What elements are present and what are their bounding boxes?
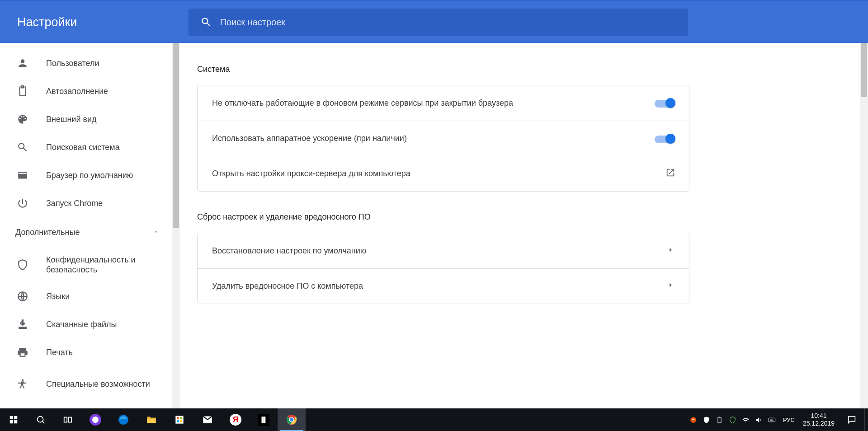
sidebar-label: Внешний вид <box>46 114 172 125</box>
settings-header: Настройки <box>0 1 868 43</box>
svg-rect-4 <box>69 417 71 422</box>
tray-security-icon[interactable] <box>729 416 736 424</box>
taskbar-app-chrome[interactable] <box>278 408 306 431</box>
person-icon <box>15 57 30 69</box>
clock-time: 10:41 <box>803 412 835 420</box>
chevron-up-icon <box>153 228 159 237</box>
scroll-thumb[interactable] <box>861 43 867 97</box>
taskbar-app-edge[interactable] <box>109 408 137 431</box>
task-view-button[interactable] <box>54 408 81 431</box>
globe-icon <box>15 290 30 302</box>
system-tray[interactable] <box>686 416 779 424</box>
setting-hardware-accel[interactable]: Использовать аппаратное ускорение (при н… <box>198 121 689 156</box>
setting-label: Восстановление настроек по умолчанию <box>212 246 660 256</box>
scroll-thumb[interactable] <box>173 43 179 228</box>
sidebar-label: Специальные возможности <box>46 379 172 389</box>
setting-restore-defaults[interactable]: Восстановление настроек по умолчанию <box>198 233 689 268</box>
taskbar-app-store[interactable] <box>165 408 193 431</box>
start-button[interactable] <box>0 408 27 431</box>
print-icon <box>15 347 30 358</box>
svg-rect-10 <box>180 420 182 422</box>
taskbar-app-yandex-browser[interactable] <box>81 408 109 431</box>
section-title-system: Система <box>197 65 860 74</box>
section-title-reset: Сброс настроек и удаление вредоносного П… <box>197 212 860 222</box>
search-icon <box>15 141 30 153</box>
download-icon <box>15 319 30 330</box>
sidebar: Пользователи Автозаполнение Внешний вид … <box>0 43 172 408</box>
open-external-icon <box>665 168 675 180</box>
taskbar-app-explorer[interactable] <box>137 408 165 431</box>
chevron-right-icon <box>665 280 675 292</box>
browser-icon <box>15 169 30 181</box>
search-input[interactable] <box>220 17 684 28</box>
sidebar-label: Запуск Chrome <box>46 198 172 209</box>
language-indicator[interactable]: РУС <box>779 417 798 423</box>
sidebar-scrollbar[interactable] <box>172 43 180 408</box>
svg-point-1 <box>22 379 24 381</box>
sidebar-advanced-toggle[interactable]: Дополнительные <box>0 217 172 247</box>
system-card: Не отключать работающие в фоновом режиме… <box>197 85 689 192</box>
action-center-button[interactable] <box>839 408 864 431</box>
taskbar-clock[interactable]: 10:41 25.12.2019 <box>798 412 839 427</box>
svg-rect-17 <box>718 417 721 422</box>
tray-shield-icon[interactable] <box>703 416 710 424</box>
svg-rect-7 <box>177 417 179 419</box>
tray-keyboard-icon[interactable] <box>768 416 776 424</box>
sidebar-label: Браузер по умолчанию <box>46 170 172 181</box>
main-content: Система Не отключать работающие в фоново… <box>180 43 860 408</box>
main-scrollbar[interactable] <box>860 43 868 408</box>
palette-icon <box>15 113 30 125</box>
taskbar-search-button[interactable] <box>27 408 54 431</box>
setting-clean-computer[interactable]: Удалить вредоносное ПО с компьютера <box>198 268 689 304</box>
toggle-switch[interactable] <box>655 134 675 144</box>
sidebar-item-users[interactable]: Пользователи <box>0 49 172 77</box>
svg-rect-3 <box>64 417 67 422</box>
svg-rect-9 <box>177 420 179 422</box>
sidebar-item-downloads[interactable]: Скачанные файлы <box>0 310 172 338</box>
setting-label: Открыть настройки прокси-сервера для ком… <box>212 169 660 178</box>
shield-icon <box>15 259 30 271</box>
sidebar-item-default-browser[interactable]: Браузер по умолчанию <box>0 161 172 189</box>
clipboard-icon <box>15 85 30 97</box>
toggle-switch[interactable] <box>655 98 675 108</box>
search-bar[interactable] <box>189 9 688 36</box>
svg-rect-6 <box>175 416 183 423</box>
sidebar-label: Автозаполнение <box>46 86 172 97</box>
taskbar-app-dolby[interactable]: ▐▌ <box>250 408 278 431</box>
setting-open-proxy[interactable]: Открыть настройки прокси-сервера для ком… <box>198 156 689 191</box>
power-icon <box>15 197 30 209</box>
sidebar-item-printing[interactable]: Печать <box>0 338 172 366</box>
windows-taskbar: Я ▐▌ РУС 10:41 25.12.2019 <box>0 408 868 431</box>
tray-wifi-icon[interactable] <box>742 416 750 424</box>
show-desktop-button[interactable] <box>864 408 868 431</box>
svg-point-2 <box>38 417 43 422</box>
tray-battery-icon[interactable] <box>716 416 723 424</box>
advanced-label: Дополнительные <box>15 228 80 237</box>
svg-rect-8 <box>180 417 182 419</box>
sidebar-item-search-engine[interactable]: Поисковая система <box>0 133 172 161</box>
sidebar-label: Скачанные файлы <box>46 319 172 330</box>
taskbar-app-yandex[interactable]: Я <box>222 408 250 431</box>
sidebar-label: Конфиденциальность и безопасность <box>46 255 172 275</box>
sidebar-label: Поисковая система <box>46 142 172 153</box>
setting-background-apps[interactable]: Не отключать работающие в фоновом режиме… <box>198 85 689 121</box>
sidebar-item-autofill[interactable]: Автозаполнение <box>0 77 172 105</box>
sidebar-label: Печать <box>46 347 172 358</box>
setting-label: Использовать аппаратное ускорение (при н… <box>212 134 655 143</box>
clock-date: 25.12.2019 <box>803 420 835 427</box>
tray-up-icon[interactable] <box>689 416 697 424</box>
tray-volume-icon[interactable] <box>755 416 763 424</box>
sidebar-item-on-startup[interactable]: Запуск Chrome <box>0 189 172 217</box>
chevron-right-icon <box>665 245 675 257</box>
setting-label: Удалить вредоносное ПО с компьютера <box>212 281 660 291</box>
search-icon <box>200 16 212 28</box>
sidebar-item-privacy[interactable]: Конфиденциальность и безопасность <box>0 247 172 282</box>
sidebar-item-appearance[interactable]: Внешний вид <box>0 105 172 133</box>
taskbar-app-mail[interactable] <box>193 408 222 431</box>
sidebar-item-languages[interactable]: Языки <box>0 282 172 310</box>
sidebar-label: Языки <box>46 291 172 302</box>
setting-label: Не отключать работающие в фоновом режиме… <box>212 98 655 108</box>
page-title: Настройки <box>17 15 77 29</box>
sidebar-item-accessibility[interactable]: Специальные возможности <box>0 366 172 402</box>
accessibility-icon <box>15 378 30 390</box>
